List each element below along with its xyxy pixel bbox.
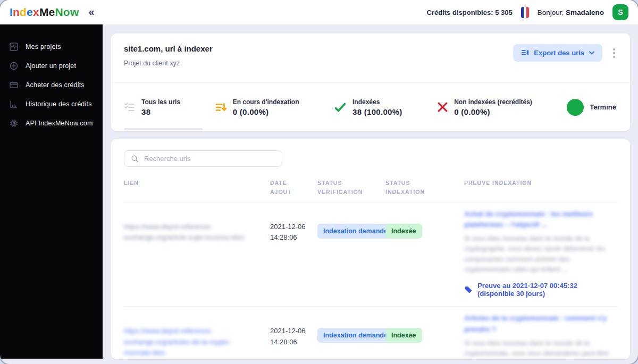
stat-value: 38 (141, 107, 180, 116)
sidebar-item-mes-projets[interactable]: Mes projets (0, 37, 103, 56)
proof-link[interactable]: Preuve au 2021-12-07 00:45:32 (disponibl… (464, 282, 615, 298)
stat-label: Indexées (352, 98, 402, 106)
redacted-proof-description: Si vous êtes nouveau dans le monde de la… (464, 235, 605, 273)
redacted-proof-title: Achat de cryptomonnaie : les meilleurs p… (464, 210, 593, 228)
sidebar-item-label: Ajouter un projet (26, 62, 76, 70)
plus-circle-icon (10, 62, 18, 70)
stat-status-done: Terminé (567, 99, 616, 116)
column-header-status-verification: STATUS VÉRIFICATION (317, 179, 385, 197)
status-indexation-badge: Indexée (385, 328, 422, 343)
stat-value: 0 (0.00%) (233, 107, 299, 116)
table-row: https://www.depot-reference-exchange.org… (124, 202, 617, 307)
proof-cell: Achat de cryptomonnaie : les meilleurs p… (464, 209, 617, 298)
more-options-icon[interactable] (611, 46, 617, 60)
export-button-label: Export des urls (534, 49, 584, 57)
chip-icon (10, 119, 18, 128)
page-title: site1.com, url à indexer (124, 44, 213, 53)
status-indexation-badge: Indexée (385, 224, 422, 239)
date-added: 2021-12-0614:28:06 (270, 209, 317, 298)
pulse-icon (10, 43, 18, 51)
column-header-status-indexation: STATUS INDEXATION (385, 179, 464, 197)
stat-not-indexed: Non indexées (recrédités) 0 (0.00%) (437, 98, 532, 116)
stat-label: En cours d'indexation (233, 98, 299, 106)
stat-label: Non indexées (recrédités) (454, 98, 532, 106)
proof-link-label: Preuve au 2021-12-07 00:45:32 (disponibl… (477, 282, 615, 298)
stat-indexed: Indexées 38 (100.00%) (334, 98, 402, 116)
app-window: IndexMeNow « Crédits disponibles: 5 305 … (0, 0, 638, 364)
search-input[interactable] (144, 155, 275, 163)
stat-value: 0 (0.00%) (454, 107, 532, 116)
table-row: https://www.depot-reference-exchange.org… (124, 307, 617, 359)
sidebar-collapse-icon[interactable]: « (88, 6, 94, 19)
status-done-label: Terminé (590, 103, 616, 111)
sort-down-icon (215, 101, 227, 113)
check-icon (334, 101, 347, 114)
sidebar-item-label: Mes projets (26, 43, 61, 50)
x-icon (437, 101, 448, 113)
avatar[interactable]: S (612, 4, 628, 20)
sidebar-item-label: API IndexMeNow.com (26, 120, 93, 127)
export-icon (521, 49, 529, 57)
column-header-lien: LIEN (124, 179, 270, 197)
project-summary-card: site1.com, url à indexer Projet du clien… (111, 33, 630, 131)
checklist-icon (124, 101, 136, 113)
chevron-down-icon (589, 51, 594, 55)
progress-track (124, 128, 203, 130)
redacted-url-link[interactable]: https://www.depot-reference-exchange.org… (124, 223, 245, 241)
bar-chart-icon (10, 100, 18, 108)
date-added: 2021-12-0614:28:06 (270, 313, 317, 359)
french-flag-icon[interactable] (521, 7, 529, 18)
credits-available: Crédits disponibles: 5 305 (427, 9, 513, 16)
tag-icon (464, 285, 473, 294)
main-content: site1.com, url à indexer Projet du clien… (103, 24, 638, 364)
stat-in-progress: En cours d'indexation 0 (0.00%) (215, 98, 299, 116)
top-bar: IndexMeNow « Crédits disponibles: 5 305 … (0, 0, 638, 24)
logo: IndexMeNow (10, 6, 79, 19)
redacted-proof-description: Si vous êtes nouveau dans le monde de la… (464, 340, 609, 359)
sidebar-item-ajouter-projet[interactable]: Ajouter un projet (0, 56, 103, 75)
user-name: Smadaleno (566, 9, 604, 16)
stat-value: 38 (100.00%) (352, 107, 402, 116)
export-urls-button[interactable]: Export des urls (513, 44, 602, 62)
sidebar-item-historique-credits[interactable]: Historique des crédits (0, 95, 103, 114)
table-header: LIEN DATE AJOUT STATUS VÉRIFICATION STAT… (124, 179, 617, 202)
status-done-dot-icon (567, 99, 584, 116)
url-table-card: LIEN DATE AJOUT STATUS VÉRIFICATION STAT… (111, 139, 630, 359)
column-header-date-ajout: DATE AJOUT (270, 179, 317, 197)
search-icon (131, 155, 139, 163)
redacted-proof-title: Articles de la cryptomonnaie : comment s… (464, 314, 607, 333)
sidebar: Mes projets Ajouter un projet Acheter de… (0, 24, 103, 359)
project-subtitle: Projet du client xyz (124, 60, 213, 67)
user-greeting: Bonjour, Smadaleno (538, 9, 604, 16)
sidebar-item-api[interactable]: API IndexMeNow.com (0, 114, 103, 133)
sidebar-item-label: Acheter des crédits (26, 81, 85, 89)
search-box (124, 150, 282, 167)
credit-card-icon (10, 81, 18, 89)
proof-cell: Articles de la cryptomonnaie : comment s… (464, 313, 617, 359)
sidebar-item-label: Historique des crédits (26, 100, 92, 108)
stat-all-urls: Tous les urls 38 (124, 98, 180, 116)
redacted-url-link[interactable]: https://www.depot-reference-exchange.org… (124, 327, 231, 356)
stats-row: Tous les urls 38 En cours d'indexation 0… (111, 83, 630, 131)
stat-label: Tous les urls (141, 98, 180, 106)
flag-stripe (526, 7, 529, 18)
sidebar-item-acheter-credits[interactable]: Acheter des crédits (0, 75, 103, 95)
column-header-preuve-indexation: PREUVE INDEXATION (464, 179, 617, 197)
